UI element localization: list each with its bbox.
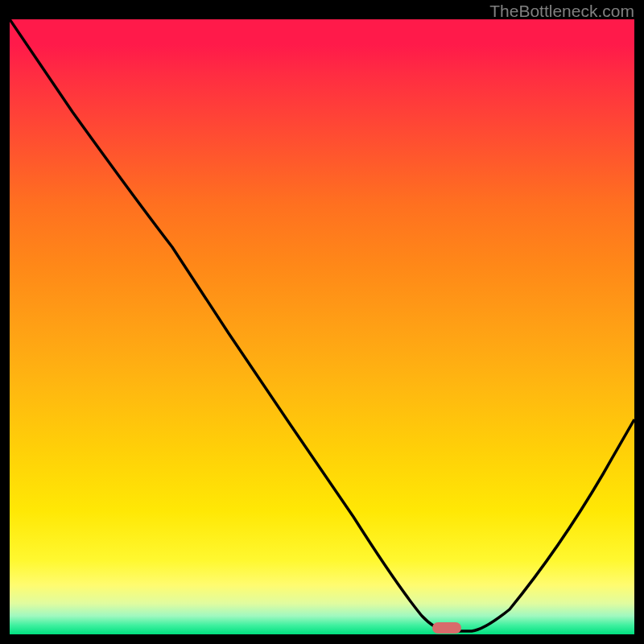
chart-container <box>10 19 634 634</box>
chart-curve-svg <box>10 19 634 634</box>
watermark-text: TheBottleneck.com <box>489 2 634 21</box>
optimal-marker <box>432 622 461 634</box>
bottleneck-curve <box>10 19 634 631</box>
